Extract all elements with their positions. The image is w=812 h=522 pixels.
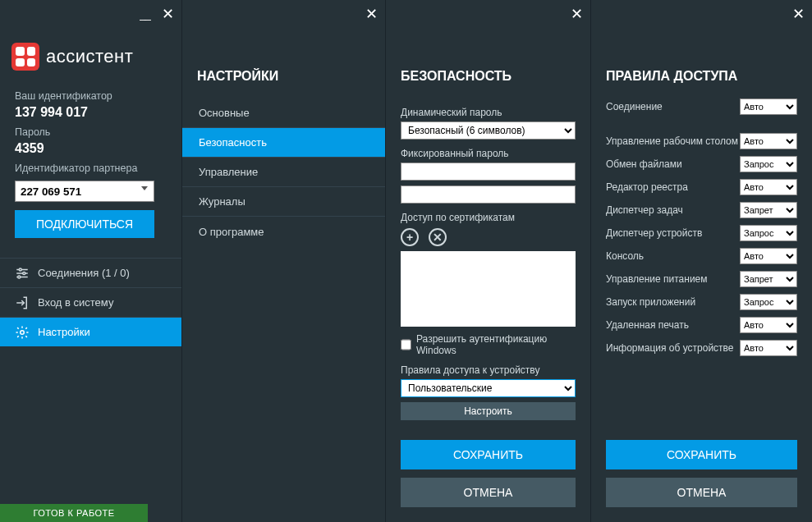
settings-item-about[interactable]: О программе — [182, 217, 385, 246]
svg-point-6 — [21, 330, 25, 334]
settings-title: НАСТРОЙКИ — [182, 28, 385, 98]
access-row-select[interactable]: Авто — [740, 248, 797, 264]
access-row: Удаленная печатьАвто — [606, 317, 797, 333]
settings-item-control[interactable]: Управление — [182, 158, 385, 187]
cancel-button[interactable]: ОТМЕНА — [606, 478, 797, 507]
settings-item-security[interactable]: Безопасность — [182, 128, 385, 158]
cancel-button[interactable]: ОТМЕНА — [401, 478, 576, 507]
configure-button[interactable]: Настроить — [401, 402, 576, 420]
plus-icon: + — [406, 231, 413, 244]
titlebar-main: __ ✕ — [0, 0, 181, 28]
access-row-select[interactable]: Запрет — [740, 202, 797, 218]
titlebar-access: ✕ — [591, 0, 812, 28]
svg-point-1 — [19, 268, 21, 271]
close-icon[interactable]: ✕ — [791, 7, 805, 21]
access-row: Управление рабочим столомАвто — [606, 133, 797, 149]
titlebar-settings: ✕ — [182, 0, 385, 28]
svg-point-5 — [18, 276, 21, 278]
access-row: Диспетчер задачЗапрет — [606, 202, 797, 218]
access-row-select[interactable]: Авто — [740, 317, 797, 333]
win-auth-row[interactable]: Разрешить аутентификацию Windows — [401, 333, 576, 356]
access-title: ПРАВИЛА ДОСТУПА — [591, 28, 812, 98]
nav-connections[interactable]: Соединения (1 / 0) — [0, 258, 181, 287]
win-auth-label: Разрешить аутентификацию Windows — [416, 333, 576, 356]
settings-item-logs[interactable]: Журналы — [182, 187, 385, 217]
access-row-label: Запуск приложений — [606, 296, 695, 308]
settings-item-basic[interactable]: Основные — [182, 98, 385, 128]
close-icon[interactable]: ✕ — [160, 7, 175, 21]
logo-icon — [11, 43, 39, 71]
access-row: Обмен файламиЗапрос — [606, 156, 797, 172]
cert-access-label: Доступ по сертификатам — [401, 212, 576, 223]
your-id-value: 137 994 017 — [15, 105, 167, 120]
nav-connections-label: Соединения (1 / 0) — [38, 267, 130, 279]
close-icon[interactable]: ✕ — [569, 7, 584, 21]
your-id-label: Ваш идентификатор — [15, 90, 167, 102]
access-row-select[interactable]: Запрос — [740, 225, 797, 241]
save-button[interactable]: СОХРАНИТЬ — [401, 440, 576, 469]
nav-login[interactable]: Вход в систему — [0, 287, 181, 317]
gear-icon — [15, 325, 30, 340]
add-cert-button[interactable]: + — [401, 228, 419, 246]
access-row-label: Редактор реестра — [606, 181, 688, 193]
nav-settings[interactable]: Настройки — [0, 317, 181, 346]
fixed-password-label: Фиксированный пароль — [401, 148, 576, 159]
cert-list[interactable] — [401, 251, 576, 327]
access-row: Информация об устройствеАвто — [606, 340, 797, 356]
access-row: Редактор реестраАвто — [606, 179, 797, 195]
logo: ассистент — [0, 28, 181, 79]
fixed-password-input-1[interactable] — [401, 163, 576, 181]
status-text: ГОТОВ К РАБОТЕ — [33, 508, 114, 518]
access-rules-panel: ✕ ПРАВИЛА ДОСТУПА СоединениеАвтоУправлен… — [591, 0, 812, 522]
access-row: Диспетчер устройствЗапрос — [606, 225, 797, 241]
access-row-select[interactable]: Авто — [740, 179, 797, 195]
access-row-select[interactable]: Авто — [740, 340, 797, 356]
access-row-select[interactable]: Запрос — [740, 294, 797, 310]
close-icon[interactable]: ✕ — [364, 7, 378, 21]
dyn-password-select[interactable]: Безопасный (6 символов) — [401, 121, 576, 140]
access-row: Запуск приложенийЗапрос — [606, 294, 797, 310]
access-row-label: Диспетчер задач — [606, 204, 683, 216]
access-row-label: Удаленная печать — [606, 319, 689, 331]
nav-settings-label: Настройки — [38, 326, 90, 338]
access-row-select[interactable]: Запрос — [740, 156, 797, 172]
titlebar-security: ✕ — [386, 0, 590, 28]
save-button[interactable]: СОХРАНИТЬ — [606, 440, 797, 469]
access-row-label: Консоль — [606, 250, 644, 262]
main-panel: __ ✕ ассистент Ваш идентификатор 137 994… — [0, 0, 182, 522]
dyn-password-label: Динамический пароль — [401, 107, 576, 118]
connect-button[interactable]: ПОДКЛЮЧИТЬСЯ — [15, 210, 154, 238]
login-icon — [15, 295, 30, 310]
password-value: 4359 — [15, 141, 167, 156]
minimize-icon[interactable]: __ — [137, 8, 152, 20]
password-label: Пароль — [15, 126, 167, 138]
access-row-select[interactable]: Запрет — [740, 271, 797, 287]
access-row-select[interactable]: Авто — [740, 133, 797, 149]
access-row-label: Обмен файлами — [606, 158, 682, 170]
security-panel: ✕ БЕЗОПАСНОСТЬ Динамический пароль Безоп… — [386, 0, 591, 522]
settings-panel: ✕ НАСТРОЙКИ Основные Безопасность Управл… — [182, 0, 386, 522]
device-rules-label: Правила доступа к устройству — [401, 364, 576, 376]
security-title: БЕЗОПАСНОСТЬ — [386, 28, 590, 98]
access-row-label: Управление рабочим столом — [606, 135, 738, 147]
partner-id-input[interactable] — [15, 181, 154, 202]
fixed-password-input-2[interactable] — [401, 185, 576, 204]
access-row-label: Управление питанием — [606, 273, 708, 285]
access-row-label: Информация об устройстве — [606, 342, 734, 354]
access-row: КонсольАвто — [606, 248, 797, 264]
access-row-label: Соединение — [606, 101, 663, 112]
access-row: СоединениеАвто — [606, 98, 797, 115]
access-row-label: Диспетчер устройств — [606, 227, 702, 239]
device-rules-select[interactable]: Пользовательские — [401, 379, 576, 397]
remove-cert-button[interactable]: ✕ — [429, 228, 447, 246]
status-bar: ГОТОВ К РАБОТЕ — [0, 504, 148, 522]
access-row-select[interactable]: Авто — [740, 98, 797, 115]
app-name: ассистент — [46, 46, 133, 67]
partner-id-label: Идентификатор партнера — [15, 163, 167, 174]
sliders-icon — [15, 266, 30, 281]
access-row: Управление питаниемЗапрет — [606, 271, 797, 287]
x-icon: ✕ — [433, 231, 443, 244]
svg-point-3 — [23, 272, 25, 274]
win-auth-checkbox[interactable] — [401, 339, 411, 350]
nav-login-label: Вход в систему — [38, 296, 113, 309]
